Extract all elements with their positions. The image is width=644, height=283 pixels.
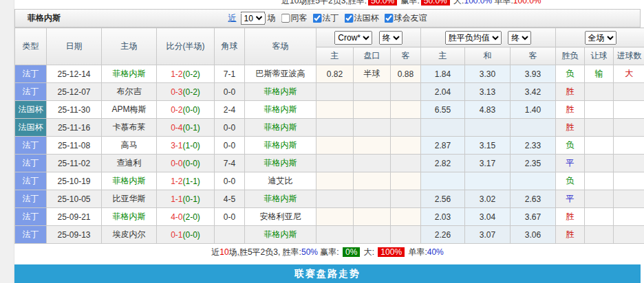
subheader-outcome: 胜负	[556, 47, 585, 65]
ligue-checkbox[interactable]	[313, 14, 322, 23]
cell-outcome: 负	[556, 172, 585, 190]
same-venue-checkbox[interactable]	[281, 14, 290, 23]
summary-stats: 近10场,胜5平2负3, 胜率:50% 赢率: 0% 大: 100% 单率:40…	[14, 244, 641, 260]
checkbox-cup[interactable]: 法国杯	[342, 12, 379, 24]
clipped-stats-line: 近10场胜5平2负3,胜率:50.0% 赢率:50.0% 大:100.0% 单率…	[281, 0, 541, 8]
cell-handicap-result	[585, 101, 614, 119]
cell-type: 法丁	[15, 155, 47, 172]
cell-asia-away	[391, 226, 421, 244]
bookmaker-select[interactable]: Crow*	[334, 31, 372, 45]
cell-corner	[215, 226, 245, 244]
recent-label[interactable]: 近	[228, 12, 237, 24]
cell-type: 法丁	[15, 208, 47, 226]
cell-away: 菲格内斯	[245, 190, 316, 208]
cell-outcome: 负	[556, 65, 585, 83]
cell-away: 菲格内斯	[245, 137, 316, 155]
cell-handicap-result: 输	[585, 65, 614, 83]
cell-asia-away	[391, 119, 421, 137]
cell-asia-home: 0.82	[316, 65, 354, 83]
friendly-checkbox[interactable]	[385, 14, 394, 23]
cell-date: 25-11-16	[47, 119, 102, 137]
cell-euro-home: 6.55	[421, 101, 465, 119]
subheader-handicap-result: 让球	[585, 47, 614, 65]
recent-count-select[interactable]: 10	[241, 12, 266, 25]
cell-home: 菲格内斯	[102, 65, 157, 83]
checkbox-ligue[interactable]: 法丁	[310, 12, 339, 24]
left-margin	[0, 0, 14, 283]
cell-euro-away: 1.40	[511, 101, 556, 119]
cell-handicap: 半球	[354, 65, 391, 83]
match-history-table: 类型 日期 主场 比分(半场) 角球 客场 Crow* 终 胜平负均值 终	[14, 27, 644, 244]
panel-title-bar: 菲格内斯 近 10 场 同客 法丁 法国杯	[14, 9, 641, 27]
match-row: 法国杯 25-11-30 APM梅斯 0-2(0-0) 2-4 菲格内斯 6.5…	[15, 101, 644, 119]
cell-outcome: 负	[556, 137, 585, 155]
cell-type: 法国杯	[15, 119, 47, 137]
cell-goals	[614, 208, 644, 226]
cell-asia-home	[316, 137, 354, 155]
cell-score: 1-1(0-1)	[157, 190, 215, 208]
odds-type-select[interactable]: 胜平负均值	[445, 31, 502, 45]
score-fulltime: 3-1	[171, 141, 182, 150]
cell-type: 法国杯	[15, 101, 47, 119]
match-row: 法丁 25-12-07 布尔吉 0-3(0-2) 0-0 菲格内斯 2.04 3…	[15, 83, 644, 101]
cell-date: 25-12-07	[47, 83, 102, 101]
score-halftime: (1-0)	[183, 141, 200, 150]
match-row: 法丁 25-09-21 菲格内斯 4-0(2-0) 0-0 安格利亚尼 2.03…	[15, 208, 644, 226]
cell-outcome: 胜	[556, 83, 585, 101]
cell-euro-home	[421, 119, 465, 137]
cell-away: 迪艾比	[245, 172, 316, 190]
euro-odds-header-group: 胜平负均值 终	[421, 28, 556, 47]
bookmaker-stage-select[interactable]: 终	[379, 31, 402, 45]
cell-asia-away	[391, 155, 421, 172]
cell-goals: 大	[614, 65, 644, 83]
cell-euro-draw: 3.02	[465, 190, 511, 208]
col-header-date: 日期	[47, 28, 102, 65]
cell-handicap-result	[585, 119, 614, 137]
cell-euro-home	[421, 172, 465, 190]
subheader-asia-away: 客	[391, 47, 421, 65]
cell-euro-home: 2.03	[421, 208, 465, 226]
cell-handicap	[354, 119, 391, 137]
cell-score: 0-1(0-0)	[157, 226, 215, 244]
cell-asia-away: 0.88	[391, 65, 421, 83]
team-name-title: 菲格内斯	[28, 12, 61, 24]
cell-home: 布尔吉	[102, 83, 157, 101]
matches-suffix-label: 场	[268, 12, 276, 24]
cell-asia-home	[316, 119, 354, 137]
cell-corner: 0-0	[215, 208, 245, 226]
scope-select[interactable]: 全场	[585, 31, 616, 45]
cell-away: 安格利亚尼	[245, 208, 316, 226]
odds-stage-select[interactable]: 终	[508, 31, 531, 45]
cell-goals	[614, 137, 644, 155]
cup-checkbox[interactable]	[345, 14, 354, 23]
score-halftime: (0-0)	[183, 159, 200, 168]
cell-euro-draw: 3.15	[465, 137, 511, 155]
cell-asia-home	[316, 172, 354, 190]
cell-date: 25-11-02	[47, 155, 102, 172]
cell-goals	[614, 155, 644, 172]
cell-euro-home: 2.56	[421, 190, 465, 208]
league-trend-bar[interactable]: 联赛盘路走势	[14, 264, 641, 283]
cell-corner: 0-0	[215, 119, 245, 137]
cell-score: 0-2(0-0)	[157, 101, 215, 119]
checkbox-friendly[interactable]: 球会友谊	[382, 12, 427, 24]
checkbox-same-venue[interactable]: 同客	[279, 12, 308, 24]
cell-asia-home	[316, 101, 354, 119]
cell-type: 法丁	[15, 172, 47, 190]
cell-euro-draw: 3.04	[465, 208, 511, 226]
cell-away: 菲格内斯	[245, 119, 316, 137]
cell-handicap-result	[585, 208, 614, 226]
cell-score: 1-2(1-1)	[157, 172, 215, 190]
cell-euro-home: 2.04	[421, 83, 465, 101]
cell-asia-away	[391, 83, 421, 101]
cell-euro-away: 2.33	[511, 137, 556, 155]
subheader-euro-home: 主	[421, 47, 465, 65]
cell-corner: 0-0	[215, 172, 245, 190]
col-header-away: 客场	[245, 28, 316, 65]
cell-handicap-result	[585, 83, 614, 101]
cell-score: 1-2(0-2)	[157, 65, 215, 83]
checkbox-label: 同客	[291, 12, 308, 24]
cell-type: 法丁	[15, 226, 47, 244]
score-halftime: (1-1)	[183, 177, 200, 186]
cell-corner: 7-4	[215, 155, 245, 172]
